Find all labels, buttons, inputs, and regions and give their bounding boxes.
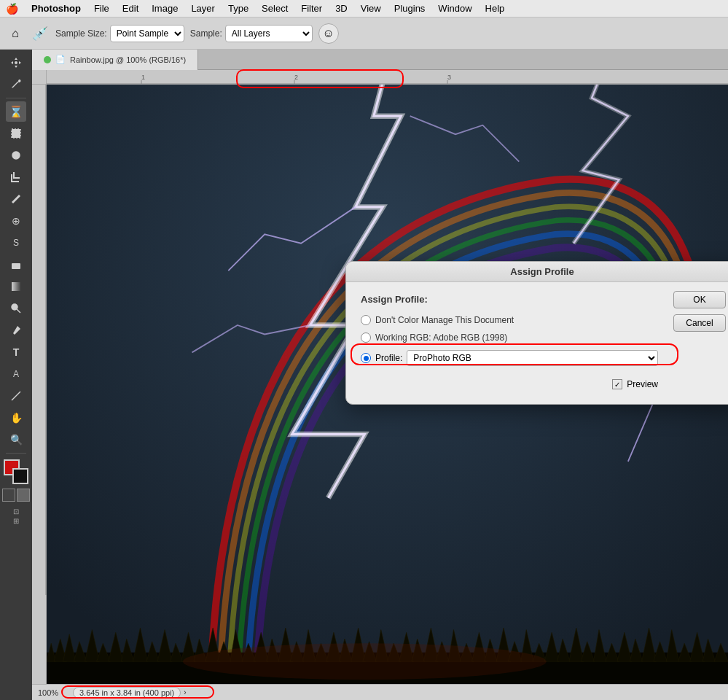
ruler-area: 1 2 3 [32,70,728,85]
radio-working-rgb-label: Working RGB: Adobe RGB (1998) [375,332,507,343]
toolbar: ⌂ 💉 Sample Size: Point Sample Sample: Al… [0,18,728,50]
spot-heal-tool[interactable]: ⊕ [6,211,26,231]
eraser-tool[interactable] [6,254,26,275]
tools-sidebar: ⌛ ⊕ S T A ✋ 🔍 [0,50,32,700]
quick-mask-off[interactable] [2,489,15,502]
eyedropper-icon[interactable]: 💉 [31,24,50,43]
horizontal-ruler: 1 2 3 [47,70,728,85]
quick-mask-on[interactable] [17,489,30,502]
svg-line-6 [12,392,20,400]
svg-text:3: 3 [447,74,451,81]
dialog-form: Assign Profile: Don't Color Manage This … [346,282,673,404]
cancel-button[interactable]: Cancel [673,314,726,332]
ok-button[interactable]: OK [673,291,726,308]
menu-type[interactable]: Type [222,1,254,15]
clone-tool[interactable]: S [6,233,26,253]
sample-label: Sample: [190,28,222,39]
radio-no-manage[interactable]: Don't Color Manage This Document [361,315,658,325]
artboard-mode[interactable]: ⊞ [13,517,19,525]
menu-layer[interactable]: Layer [185,1,221,15]
quick-mask-tools [2,489,30,502]
preview-row: ✓ Preview [361,373,658,392]
svg-point-4 [12,304,17,310]
dialog-body: Assign Profile: Don't Color Manage This … [346,282,728,404]
zoom-tool[interactable]: 🔍 [6,429,26,450]
menu-view[interactable]: View [355,1,387,15]
type-tool[interactable]: T [6,342,26,362]
preview-checkbox[interactable]: ✓ [612,379,622,389]
dialog-section-label: Assign Profile: [361,294,658,305]
menu-image[interactable]: Image [146,1,184,15]
svg-line-5 [17,309,20,313]
ruler-corner [32,70,47,85]
smiley-button[interactable]: ☺ [318,23,339,44]
dialog-title: Assign Profile [510,266,574,277]
line-tool[interactable] [6,386,26,406]
crop-tool[interactable] [6,167,26,187]
zoom-level: 100% [38,688,67,697]
svg-rect-2 [12,263,20,269]
profile-select[interactable]: ProPhoto RGB Adobe RGB (1998) sRGB IEC61… [407,350,658,366]
preview-label: Preview [627,379,658,389]
sample-size-select[interactable]: Point Sample [110,25,184,42]
status-arrow[interactable]: › [184,688,186,696]
preview-option[interactable]: ✓ Preview [612,379,658,389]
menu-help[interactable]: Help [480,1,511,15]
sample-size-label: Sample Size: [55,28,107,39]
menu-3d[interactable]: 3D [329,1,353,15]
dialog-buttons: OK Cancel [673,282,728,404]
tab-traffic-light [44,56,51,63]
measure-tool[interactable] [6,189,26,209]
home-icon[interactable]: ⌂ [6,24,25,43]
dodge-tool[interactable] [6,298,26,319]
radio-working-rgb[interactable]: Working RGB: Adobe RGB (1998) [361,332,658,343]
assign-profile-dialog[interactable]: Assign Profile Assign Profile: Don't Col… [345,261,728,405]
radio-no-manage-label: Don't Color Manage This Document [375,315,514,325]
eyedropper-tool[interactable] [6,74,26,95]
apple-menu[interactable]: 🍎 [6,3,18,15]
screen-mode[interactable]: ⊡ [13,508,19,516]
eyedropper-color-tool[interactable]: ⌛ [6,101,26,122]
background-color[interactable] [12,468,28,484]
document-icon: 📄 [55,55,66,64]
dialog-titlebar: Assign Profile [346,262,728,282]
main-area: ⌛ ⊕ S T A ✋ 🔍 [0,50,728,700]
menu-select[interactable]: Select [256,1,294,15]
radio-no-manage-circle[interactable] [361,315,371,325]
status-bar: 100% 3.645 in x 3.84 in (400 ppi) › [32,684,728,700]
document-info[interactable]: 3.645 in x 3.84 in (400 ppi) [73,687,181,699]
menu-window[interactable]: Window [432,1,477,15]
move-tool[interactable] [6,52,26,73]
color-swatches[interactable] [4,459,28,484]
svg-rect-3 [12,282,20,291]
svg-text:1: 1 [141,74,145,81]
hand-tool[interactable]: ✋ [6,408,26,428]
menu-plugins[interactable]: Plugins [388,1,431,15]
status-info[interactable]: 3.645 in x 3.84 in (400 ppi) › [73,687,187,699]
vertical-ruler [32,85,47,684]
radio-working-rgb-circle[interactable] [361,332,371,343]
sample-value-select[interactable]: All Layers [225,25,313,42]
menubar: 🍎 Photoshop File Edit Image Layer Type S… [0,0,728,18]
svg-point-74 [183,643,547,680]
document-tab-title: Rainbow.jpg @ 100% (RGB/16*) [70,55,186,64]
svg-rect-0 [12,129,20,138]
canvas-container: 📄 Rainbow.jpg @ 100% (RGB/16*) 1 2 3 [32,50,728,700]
radio-profile-circle[interactable] [361,353,371,363]
profile-label: Profile: [375,353,402,363]
gradient-tool[interactable] [6,276,26,297]
document-tab[interactable]: 📄 Rainbow.jpg @ 100% (RGB/16*) [32,50,198,70]
menu-photoshop[interactable]: Photoshop [26,1,87,15]
svg-text:2: 2 [294,74,298,81]
menu-filter[interactable]: Filter [295,1,328,15]
menu-file[interactable]: File [88,1,115,15]
pen-tool[interactable] [6,320,26,341]
marquee-tool[interactable] [6,123,26,144]
svg-point-1 [12,152,20,159]
menu-edit[interactable]: Edit [117,1,144,15]
tab-bar: 📄 Rainbow.jpg @ 100% (RGB/16*) [32,50,728,70]
lasso-tool[interactable] [6,145,26,166]
path-select-tool[interactable]: A [6,364,26,384]
radio-profile-row[interactable]: Profile: ProPhoto RGB Adobe RGB (1998) s… [361,350,658,366]
